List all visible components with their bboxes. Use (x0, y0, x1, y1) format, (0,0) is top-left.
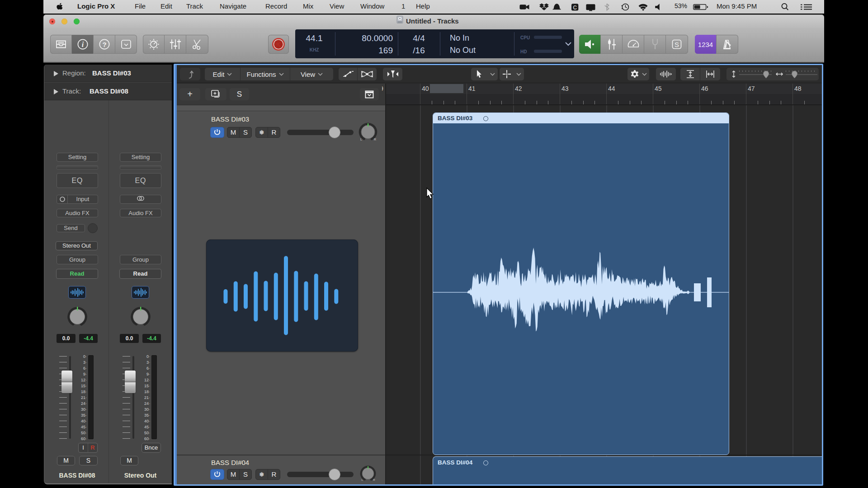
svg-text:i: i (81, 41, 84, 48)
svg-text:L: L (360, 138, 362, 141)
svg-text:R: R (373, 479, 375, 481)
svg-text:R: R (374, 138, 376, 141)
svg-text:C: C (573, 5, 577, 11)
svg-text:S: S (675, 41, 679, 48)
svg-text:?: ? (102, 41, 106, 48)
